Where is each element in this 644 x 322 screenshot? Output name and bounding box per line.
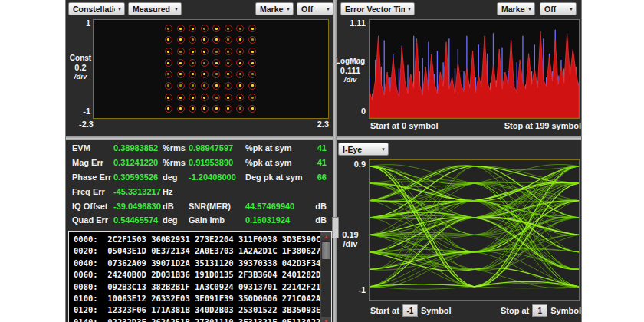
constellation-layout-dropdown[interactable]: Constellation ▼ — [68, 2, 125, 15]
constellation-point-center — [251, 51, 254, 53]
constellation-point — [177, 94, 185, 101]
eye-layout-dropdown[interactable]: I-Eye ▼ — [338, 143, 389, 156]
constellation-point-center — [251, 62, 254, 64]
constellation-point-center — [227, 73, 229, 75]
eye-stop-suffix: Symbol — [550, 306, 581, 315]
eye-plot[interactable] — [369, 159, 580, 301]
constellation-point — [189, 59, 196, 67]
constellation-marker-dropdown[interactable]: Marker1 ▼ — [255, 2, 294, 15]
vertical-splitter[interactable] — [333, 0, 337, 322]
constellation-point-center — [179, 107, 182, 110]
symbol-table-line: 0000: 2C2F1503 360B2931 273E2204 311F003… — [74, 234, 320, 245]
measurement-cell: Gain Imb — [189, 215, 245, 225]
constellation-point — [201, 82, 209, 90]
measurement-table: EVM0.38983852%rms0.98947597%pk at sym41M… — [72, 141, 330, 228]
eye-layout-label: I-Eye — [343, 145, 379, 154]
constellation-point — [165, 94, 172, 101]
constellation-point — [248, 25, 256, 32]
vsa-window: Constellation ▼ Measured IQ ▼ Marker1 ▼ … — [65, 0, 582, 322]
measurement-cell: dB — [307, 215, 327, 225]
constellation-data-dropdown[interactable]: Measured IQ ▼ — [128, 2, 182, 15]
constellation-point — [189, 105, 196, 113]
constellation-point-center — [203, 107, 205, 110]
constellation-point — [248, 105, 256, 113]
evt-layout-label: Error Vector Time — [345, 5, 405, 14]
constellation-point-center — [192, 73, 194, 75]
symbol-table-line: 0100: 10063E12 26332E03 3E091F39 350D060… — [74, 293, 320, 304]
measurement-row: IQ Offset-39.0496830dBSNR(MER)44.5746994… — [72, 199, 330, 213]
constellation-point — [212, 59, 220, 67]
constellation-point — [201, 48, 209, 55]
constellation-point — [201, 71, 209, 78]
eye-start-prefix: Start at — [370, 306, 399, 315]
constellation-point-center — [239, 51, 242, 53]
measurement-cell: deg — [163, 172, 189, 182]
constellation-point — [201, 36, 209, 44]
constellation-point-center — [251, 107, 254, 110]
symbol-table-line: 0060: 24240B0D 2D031B36 191D0135 2F3B360… — [74, 269, 320, 281]
symbol-table-lines: 0000: 2C2F1503 360B2931 273E2204 311F003… — [74, 234, 320, 322]
eye-start-suffix: Symbol — [421, 306, 452, 315]
constellation-point — [177, 105, 185, 113]
constellation-point-center — [192, 84, 194, 87]
evt-scale-value: 0.111 — [334, 66, 366, 75]
constellation-point-center — [179, 62, 182, 64]
constellation-point — [165, 25, 172, 32]
constellation-point-center — [167, 107, 169, 110]
measurement-cell: Hz — [163, 187, 189, 196]
symbol-table-scrollbar[interactable]: ▲ ▼ — [320, 232, 331, 322]
chevron-down-icon: ▼ — [286, 7, 291, 12]
constellation-point-center — [167, 84, 169, 87]
constellation-point-center — [239, 62, 242, 64]
constellation-point — [225, 94, 232, 101]
constellation-point — [189, 82, 196, 90]
constellation-point — [248, 71, 256, 78]
measurement-cell: 0.91953890 — [189, 158, 245, 167]
constellation-point-center — [192, 51, 194, 53]
measurement-cell: IQ Offset — [72, 202, 113, 211]
constellation-point — [225, 59, 232, 67]
constellation-point-center — [227, 28, 229, 30]
evt-plot[interactable] — [369, 19, 580, 119]
measurement-cell: Mag Err — [72, 158, 113, 167]
constellation-point-center — [239, 84, 242, 87]
constellation-point-center — [179, 38, 182, 41]
evt-marker-dropdown[interactable]: Marker1 ▼ — [497, 2, 535, 15]
splitter-grip[interactable] — [332, 217, 339, 238]
constellation-point — [177, 82, 185, 90]
constellation-point — [189, 48, 196, 55]
evt-red-area — [370, 31, 579, 118]
constellation-point-center — [215, 97, 218, 99]
constellation-point — [212, 36, 220, 44]
constellation-data-label: Measured IQ — [133, 5, 172, 14]
measurement-row: Mag Err0.31241220%rms0.91953890%pk at sy… — [72, 156, 330, 170]
constellation-point-center — [227, 97, 229, 99]
constellation-point-center — [192, 97, 194, 99]
chevron-down-icon: ▼ — [569, 7, 573, 12]
constellation-point-center — [179, 73, 182, 75]
constellation-point — [189, 36, 196, 44]
horizontal-splitter[interactable] — [66, 136, 581, 140]
constellation-point-center — [203, 73, 205, 75]
scrollbar-thumb[interactable] — [322, 242, 330, 259]
measurement-cell: 0.30593526 — [113, 172, 163, 182]
constellation-point — [212, 48, 220, 55]
constellation-point — [201, 94, 209, 101]
constellation-point-center — [167, 51, 169, 53]
scroll-up-button[interactable]: ▲ — [321, 232, 331, 241]
measurement-cell: Phase Err — [72, 172, 113, 182]
scroll-down-button[interactable]: ▼ — [321, 317, 331, 322]
constellation-plot[interactable] — [93, 19, 329, 119]
measurement-cell: 0.31241220 — [113, 158, 163, 167]
constellation-point-center — [192, 107, 194, 110]
eye-scale-value: 0.19 — [334, 230, 366, 239]
evt-layout-dropdown[interactable]: Error Vector Time ▼ — [340, 2, 415, 15]
eye-start-symbol-input[interactable]: -1 — [402, 304, 418, 317]
eye-stop-symbol-input[interactable]: 1 — [532, 304, 547, 317]
evt-marker-mode-dropdown[interactable]: Off ▼ — [540, 2, 577, 15]
constellation-marker-mode-dropdown[interactable]: Off ▼ — [297, 2, 334, 15]
constellation-point-center — [227, 107, 229, 110]
scroll-down-icon: ▼ — [324, 319, 329, 322]
eye-stop-prefix: Stop at — [501, 306, 529, 315]
measurement-row: Freq Err-45.3313217Hz — [72, 184, 330, 199]
